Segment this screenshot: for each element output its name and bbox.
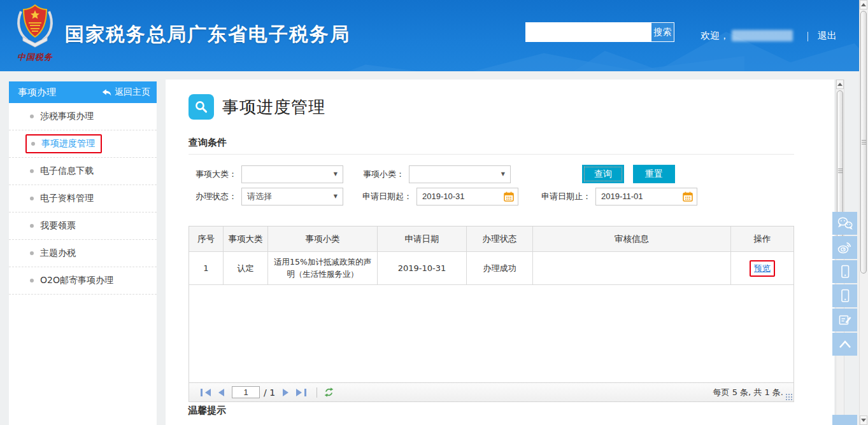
back-home-link[interactable]: 返回主页 [102,87,150,98]
category-label: 事项大类： [189,169,237,180]
search-input[interactable] [526,23,651,41]
scroll-up-arrow-icon[interactable] [860,0,867,10]
sidebar-title: 事项办理 [18,87,56,99]
reply-arrow-icon [102,88,111,97]
col-status: 办理状态 [467,226,533,251]
date-to-input[interactable] [596,192,682,201]
survey-icon [837,313,853,327]
weibo-share-button[interactable] [832,236,857,259]
status-label: 办理状态： [189,191,237,202]
next-page-button[interactable] [279,389,292,396]
date-from-label: 申请日期起： [356,191,412,202]
col-subcategory: 事项小类 [268,226,378,251]
mobile-app-icon [838,264,852,279]
search-button[interactable]: 搜索 [651,23,674,41]
row-action: 预览 [731,252,793,284]
sidebar-header: 事项办理 返回主页 [9,81,157,103]
bullet-icon [30,197,34,200]
page-title: 事项进度管理 [222,96,325,118]
row-category: 认定 [224,252,268,284]
calendar-icon[interactable] [503,191,515,202]
results-grid: 序号 事项大类 事项小类 申请日期 办理状态 审核信息 操作 1 认定 适用15… [189,226,794,402]
pager: / 1 每页 5 条, 共 1 条. [189,382,793,401]
weibo-icon [837,240,853,254]
col-review-info: 审核信息 [533,226,731,251]
status-select[interactable]: 请选择 ▼ [241,188,343,206]
logo-caption: 中国税务 [10,52,60,63]
wechat-icon [837,216,853,230]
main-panel: 事项进度管理 查询条件 事项大类： ▼ 事项小类： ▼ 查询 重置 [166,80,834,425]
query-button[interactable]: 查询 [582,165,624,183]
subcategory-select[interactable]: ▼ [409,165,511,183]
query-section-title: 查询条件 [189,137,227,149]
masked-username [732,30,793,41]
page-number-input[interactable] [232,386,260,398]
table-empty-area [189,285,793,382]
prev-page-button[interactable] [215,389,228,396]
page-title-row: 事项进度管理 [189,94,325,120]
sidebar-item-o2o-mail[interactable]: O2O邮寄事项办理 [9,267,157,295]
back-to-top-icon [837,338,853,351]
user-divider: ｜ [803,30,813,42]
row-status: 办理成功 [467,252,533,284]
page: 中国税务 国家税务总局广东省电子税务局 搜索 欢迎， ｜ 退出 事项办理 返回主… [0,0,868,425]
sidebar-item-shi-xiang-jin-du[interactable]: 事项进度管理 [9,130,157,158]
action-red-highlight: 预览 [750,260,775,277]
date-from-input[interactable] [417,192,503,201]
table-row: 1 认定 适用15%加计抵减政策的声明（生活性服务业） 2019-10-31 办… [189,252,793,285]
welcome-label: 欢迎， [701,30,729,42]
date-to-label: 申请日期止： [535,191,591,202]
reset-button[interactable]: 重置 [633,165,675,183]
calendar-icon[interactable] [682,191,694,202]
chevron-down-icon: ▼ [334,193,338,199]
sidebar-menu: 涉税事项办理 事项进度管理 电子信息下载 电子资料管理 我要领票 主题办税 O2… [9,103,157,295]
bullet-icon [30,251,34,255]
refresh-button[interactable] [324,387,334,398]
scroll-up-arrow-icon[interactable] [836,80,844,89]
scroll-down-arrow-icon[interactable] [860,415,867,425]
row-subcategory: 适用15%加计抵减政策的声明（生活性服务业） [268,252,378,284]
bullet-icon [30,224,34,228]
col-action: 操作 [731,226,793,251]
float-button-partial[interactable] [832,415,857,425]
last-page-button[interactable] [292,389,310,396]
app-header: 中国税务 国家税务总局广东省电子税务局 搜索 欢迎， ｜ 退出 [0,0,859,71]
sidebar-item-wo-yao-ling-piao[interactable]: 我要领票 [9,212,157,240]
tips-title: 温馨提示 [188,405,226,417]
refresh-icon [324,387,334,398]
preview-link[interactable]: 预览 [754,263,771,273]
scrollbar-thumb[interactable] [860,11,867,274]
mobile-site-button[interactable] [832,284,857,307]
query-form: 事项大类： ▼ 事项小类： ▼ 查询 重置 办理状态： [189,165,819,209]
subcategory-label: 事项小类： [356,169,404,180]
date-from-field [416,188,518,206]
pager-summary: 每页 5 条, 共 1 条. [713,387,790,398]
back-to-top-button[interactable] [832,333,857,356]
category-select[interactable]: ▼ [241,165,343,183]
sidebar-item-dian-zi-xin-xi[interactable]: 电子信息下载 [9,158,157,185]
pager-separator [317,387,317,398]
row-apply-date: 2019-10-31 [378,252,467,284]
col-category: 事项大类 [224,226,268,251]
col-seq: 序号 [189,226,224,251]
bullet-icon [30,115,34,118]
active-item-red-highlight: 事项进度管理 [25,134,102,153]
sidebar-item-she-shui-shi-xiang[interactable]: 涉税事项办理 [9,103,157,130]
wechat-share-button[interactable] [832,212,857,235]
sidebar: 事项办理 返回主页 涉税事项办理 事项进度管理 电子信息下载 电子资料管理 [9,81,157,425]
tax-bureau-logo: 中国税务 [10,4,60,63]
logout-link[interactable]: 退出 [818,30,837,42]
first-page-button[interactable] [197,389,215,396]
sidebar-item-dian-zi-zi-liao[interactable]: 电子资料管理 [9,185,157,212]
table-header-row: 序号 事项大类 事项小类 申请日期 办理状态 审核信息 操作 [189,226,793,252]
sidebar-item-zhu-ti-ban-shui[interactable]: 主题办税 [9,240,157,267]
chevron-down-icon: ▼ [334,171,338,177]
bullet-icon [31,142,35,146]
page-total-label: / 1 [264,387,275,398]
national-tax-emblem-icon [14,4,56,48]
resize-grip[interactable] [785,393,792,400]
bullet-icon [30,279,34,282]
survey-button[interactable] [832,309,857,331]
window-scrollbar[interactable] [859,0,868,425]
mobile-app-button[interactable] [832,260,857,283]
